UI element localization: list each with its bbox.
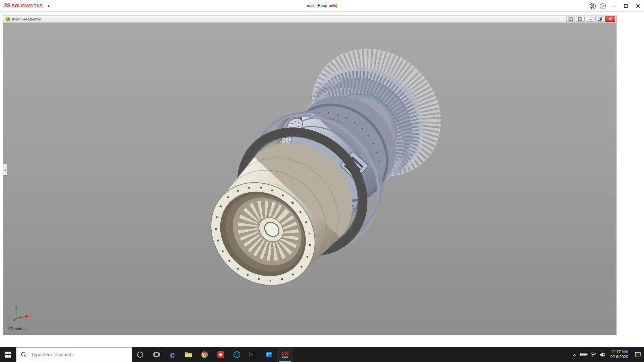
help-button[interactable]: ? — [598, 0, 608, 12]
search-icon — [20, 351, 27, 358]
network-button[interactable] — [589, 347, 598, 362]
solidworks-taskbar-icon: SW — [282, 351, 289, 355]
chevron-left-icon: ‹ — [5, 167, 6, 172]
app-window-controls: ? — [588, 0, 644, 12]
solidworks-taskbar-button[interactable]: SW 2020 — [277, 347, 293, 362]
orientation-triad[interactable]: x — [12, 304, 34, 323]
task-view-icon — [153, 352, 160, 358]
cortana-icon — [137, 351, 144, 358]
edge-button[interactable]: e — [164, 347, 180, 362]
turbine-engine-model — [3, 23, 616, 335]
document-title: main [Read-only] — [12, 17, 41, 21]
doc-close-icon — [608, 17, 612, 21]
part-cube-icon — [5, 17, 10, 21]
doc-minimize-button[interactable] — [586, 16, 594, 22]
battery-icon — [580, 353, 588, 357]
clock-time: 11:17 AM — [611, 350, 628, 355]
user-account-button[interactable] — [588, 0, 598, 12]
app-icon-dark-window — [250, 351, 256, 358]
maximize-icon — [624, 4, 628, 8]
battery-button[interactable] — [579, 347, 589, 362]
chevron-up-icon — [573, 353, 577, 356]
app-icon-red — [217, 351, 224, 358]
doc-restore-icon — [598, 17, 602, 21]
triad-x-label: x — [30, 313, 31, 316]
document-window: main [Read-only] — [3, 15, 616, 335]
windows-logo-icon — [5, 352, 11, 358]
graphics-viewport[interactable]: x *Dimetric ‹ — [3, 23, 616, 335]
maximize-button[interactable] — [620, 0, 632, 12]
app-icon-hexagon — [233, 351, 240, 358]
minimize-button[interactable] — [608, 0, 620, 12]
doc-restore-button[interactable] — [595, 16, 604, 22]
wifi-icon — [590, 352, 597, 357]
edge-icon: e — [170, 350, 175, 359]
doc-close-button[interactable] — [605, 16, 615, 22]
close-button[interactable] — [632, 0, 644, 12]
brand-text-works: WORKS — [26, 3, 43, 8]
task-view-button[interactable] — [148, 347, 164, 362]
tile-left-button[interactable] — [566, 16, 575, 22]
cortana-button[interactable] — [132, 347, 148, 362]
help-icon: ? — [600, 3, 606, 9]
person-icon — [589, 3, 596, 9]
volume-button[interactable] — [598, 347, 607, 362]
chrome-button[interactable] — [197, 347, 213, 362]
app-icon-blue-window — [266, 351, 272, 358]
doc-minimize-icon — [589, 19, 592, 19]
minimize-icon — [612, 6, 616, 6]
app-button-hexagon[interactable] — [229, 347, 245, 362]
system-tray: 11:17 AM 9/16/2020 — [570, 347, 644, 362]
speaker-icon — [600, 352, 606, 357]
app-button-red[interactable] — [213, 347, 229, 362]
search-input[interactable] — [16, 348, 132, 362]
app-button-dark-window[interactable] — [245, 347, 261, 362]
solidworks-version-label: 2020 — [282, 355, 288, 358]
chrome-icon — [201, 351, 208, 358]
menu-flyout-arrow-icon[interactable]: ▸ — [48, 4, 50, 8]
taskbar-search — [16, 347, 132, 362]
help-glyph: ? — [602, 4, 604, 8]
window-pane-right-icon — [578, 17, 582, 21]
view-orientation-label: *Dimetric — [8, 326, 24, 331]
file-explorer-button[interactable] — [180, 347, 197, 362]
tray-expand-button[interactable] — [570, 347, 579, 362]
document-window-controls — [566, 16, 615, 22]
action-center-icon — [635, 352, 641, 358]
solidworks-logo: ЗS SOLID WORKS — [0, 3, 43, 9]
tile-right-button[interactable] — [576, 16, 585, 22]
action-center-button[interactable] — [631, 347, 644, 362]
windows-taskbar: e — [0, 347, 644, 362]
file-explorer-icon — [185, 352, 192, 358]
document-title-bar: main [Read-only] — [3, 15, 616, 23]
close-icon — [636, 4, 640, 8]
start-button[interactable] — [0, 347, 16, 362]
clock-date: 9/16/2020 — [610, 355, 628, 360]
window-pane-left-icon — [569, 17, 573, 21]
taskbar-clock[interactable]: 11:17 AM 9/16/2020 — [607, 350, 631, 360]
brand-text-solid: SOLID — [12, 3, 26, 8]
app-button-blue-window[interactable] — [261, 347, 277, 362]
app-title-bar: ЗS SOLID WORKS ▸ main [Read-only] ? — [0, 0, 644, 12]
solidworks-logo-icon: ЗS — [3, 3, 10, 9]
feature-panel-collapse-tab[interactable]: ‹ — [3, 164, 8, 176]
solidworks-app: ЗS SOLID WORKS ▸ main [Read-only] ? — [0, 0, 644, 362]
app-title: main [Read-only] — [307, 3, 337, 8]
